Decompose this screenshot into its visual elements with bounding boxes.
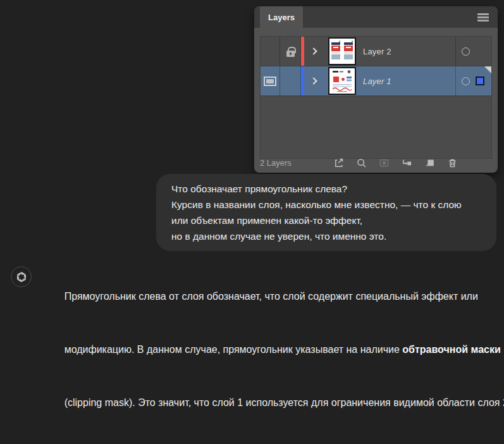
- user-message-bubble: Что обозначает прямоугольник слева? Курс…: [156, 174, 496, 251]
- tab-layers-label: Layers: [268, 13, 295, 22]
- layer-name[interactable]: Layer 1: [363, 66, 455, 96]
- panel-tab-bar: Layers: [254, 6, 498, 28]
- lock-toggle[interactable]: [280, 37, 301, 66]
- tab-layers[interactable]: Layers: [260, 6, 303, 28]
- new-sublayer-icon: [400, 157, 413, 169]
- layers-panel: Layers: [254, 6, 498, 173]
- collect-for-export-button[interactable]: [332, 156, 345, 169]
- layer-name[interactable]: Layer 2: [363, 37, 455, 66]
- target-column: [455, 37, 491, 66]
- layer-thumbnail[interactable]: [328, 66, 356, 96]
- assistant-message: Прямоугольник слева от слоя обозначает, …: [47, 270, 498, 444]
- new-layer-button[interactable]: [423, 156, 436, 169]
- user-message-line: или объектам применен какой-то эффект,: [171, 213, 481, 228]
- layer-count-label: 2 Layers: [260, 158, 293, 168]
- thumbnail-art-layer1: [329, 68, 355, 94]
- new-sublayer-button[interactable]: [400, 156, 413, 169]
- new-layer-icon: [424, 157, 436, 169]
- layer-list: Layer 2: [260, 36, 492, 159]
- bold-term: обтравочной маски: [402, 344, 500, 355]
- user-message-line: Курсив в названии слоя, насколько мне из…: [171, 197, 481, 213]
- target-circle-icon[interactable]: [462, 77, 470, 85]
- panel-status-bar: 2 Layers: [260, 156, 492, 170]
- layer-row-layer2[interactable]: Layer 2: [261, 37, 491, 66]
- layer-thumbnail[interactable]: [328, 37, 356, 66]
- make-clipping-mask-button[interactable]: [378, 156, 390, 169]
- chevron-right-icon: [310, 77, 317, 84]
- avatar: [11, 266, 32, 287]
- delete-selection-button[interactable]: [446, 156, 458, 169]
- lock-icon: [286, 51, 295, 57]
- user-message-line: но в данном случае не уверен, что именно…: [171, 228, 481, 244]
- assistant-paragraph-1: Прямоугольник слева от слоя обозначает, …: [47, 270, 498, 429]
- locate-object-icon: [355, 157, 367, 169]
- layer-row-layer1[interactable]: Layer 1: [261, 66, 491, 96]
- collect-for-export-icon: [333, 157, 345, 169]
- openai-logo-icon: [15, 271, 28, 283]
- selected-corner-triangle: [484, 66, 491, 73]
- trash-icon: [446, 157, 458, 169]
- expand-toggle[interactable]: [304, 37, 325, 66]
- lock-toggle[interactable]: [280, 66, 301, 96]
- chevron-right-icon: [310, 47, 317, 54]
- visibility-toggle[interactable]: [261, 66, 280, 96]
- user-message-line: Что обозначает прямоугольник слева?: [171, 181, 481, 197]
- hamburger-icon[interactable]: [477, 13, 489, 22]
- assistant-text-line: (clipping mask). Это значит, что слой 1 …: [47, 376, 498, 429]
- thumbnail-art-layer2: [329, 39, 355, 64]
- assistant-text-line: модификацию. В данном случае, прямоуголь…: [47, 323, 498, 376]
- expand-toggle[interactable]: [304, 66, 325, 96]
- target-circle-icon[interactable]: [462, 47, 470, 56]
- selection-square-icon[interactable]: [476, 77, 484, 85]
- visibility-toggle[interactable]: [261, 37, 280, 66]
- make-clipping-mask-icon: [378, 157, 390, 169]
- assistant-text-line: Прямоугольник слева от слоя обозначает, …: [47, 270, 498, 323]
- visibility-rect-icon: [264, 77, 276, 86]
- locate-object-button[interactable]: [355, 156, 367, 169]
